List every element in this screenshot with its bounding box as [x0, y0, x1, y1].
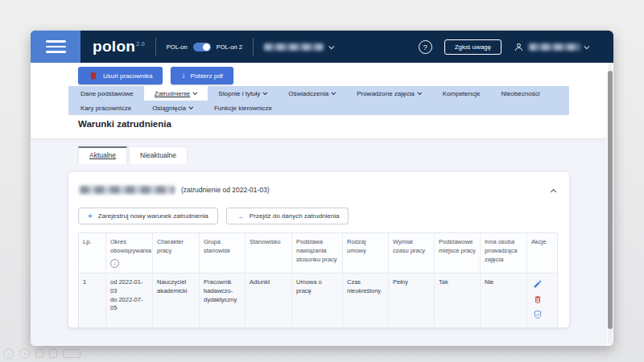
status-tabs: Aktualne Nieaktualne — [78, 146, 188, 164]
cell-miejsce: Tak — [435, 274, 481, 327]
chevron-down-icon — [193, 90, 198, 95]
nav-osiagniecia[interactable]: Osiągnięcia — [142, 101, 204, 115]
toggle-left-label: POL-on — [167, 43, 188, 51]
employment-conditions-table: Lp. Okres obowiązywania ↓ Charakter prac… — [78, 232, 558, 328]
download-pdf-button[interactable]: ↓ Pobierz pdf — [171, 67, 233, 84]
employee-nav: Dane podstawowe Zatrudnienie Stopnie i t… — [68, 86, 569, 115]
download-icon: ↓ — [181, 73, 185, 78]
employee-toolbar: Usuń pracownika ↓ Pobierz pdf — [78, 67, 233, 84]
arrow-right-icon: → — [236, 214, 244, 219]
help-icon[interactable]: ? — [419, 40, 432, 54]
report-issue-button[interactable]: Zgłoś uwagę — [444, 39, 502, 55]
col-grupa: Grupa stanowisk — [200, 233, 246, 274]
toggle-right-label: POL-on 2 — [217, 43, 242, 51]
verify-icon[interactable] — [533, 310, 543, 319]
nav-dane-podstawowe[interactable]: Dane podstawowe — [70, 86, 144, 101]
col-stanowisko: Stanowisko — [246, 233, 292, 274]
section-divider — [31, 138, 607, 139]
page-title: Warunki zatrudnienia — [78, 119, 171, 129]
delete-icon[interactable] — [533, 294, 543, 304]
next-icon: › — [19, 348, 30, 359]
employment-card: (zatrudnienie od 2022-01-03) + Zarejestr… — [68, 172, 569, 327]
app-header: polon2.0 POL-on POL-on 2 ? Zgłoś uwagę — [31, 31, 613, 63]
ghost-control-icon — [35, 349, 43, 358]
app-window: polon2.0 POL-on POL-on 2 ? Zgłoś uwagę — [31, 31, 613, 346]
delete-employee-button[interactable]: Usuń pracownika — [78, 67, 163, 84]
env-toggle-switch[interactable] — [193, 43, 211, 51]
nav-stopnie-i-tytuly[interactable]: Stopnie i tytuły — [208, 86, 278, 101]
chevron-down-icon — [584, 43, 589, 49]
ghost-player-controls: ‹ › — [3, 348, 80, 359]
ghost-control-icon — [63, 349, 80, 358]
collapse-card-button[interactable] — [549, 180, 558, 200]
table-header-row: Lp. Okres obowiązywania ↓ Charakter prac… — [79, 233, 557, 274]
goto-employment-button[interactable]: → Przejdź do danych zatrudnienia — [226, 208, 349, 224]
nav-prowadzone-zajecia[interactable]: Prowadzone zajęcia — [346, 86, 432, 101]
ghost-control-icon — [49, 349, 57, 358]
chevron-down-icon — [417, 90, 422, 95]
col-wymiar: Wymiar czasu pracy — [389, 233, 435, 274]
user-menu[interactable] — [514, 42, 589, 52]
col-inna-osoba: Inna osoba prowadząca zajęcia — [481, 233, 527, 274]
redacted-user-name — [529, 43, 580, 51]
cell-grupa: Pracownik badawczo-dydaktyczny — [200, 274, 246, 327]
cell-lp: 1 — [79, 274, 106, 327]
scrollbar-thumb[interactable] — [608, 71, 613, 329]
institution-selector[interactable] — [264, 43, 334, 51]
table-row: 1 od 2022-01-03 do 2022-07-05 Nauczyciel… — [79, 274, 557, 327]
sort-descending-icon[interactable]: ↓ — [110, 259, 119, 268]
employment-since-label: (zatrudnienie od 2022-01-03) — [181, 186, 270, 194]
chevron-down-icon — [332, 90, 336, 95]
chevron-up-icon — [551, 189, 556, 195]
cell-stanowisko: Adiunkt — [246, 274, 292, 327]
col-miejsce: Podstawowe miejsce pracy — [435, 233, 481, 274]
cell-rodzaj-umowy: Czas nieokreślony — [343, 274, 389, 327]
hamburger-menu-icon[interactable] — [31, 31, 80, 63]
cell-okres: od 2022-01-03 do 2022-07-05 — [106, 274, 153, 327]
nav-funkcje-kierownicze[interactable]: Funkcje kierownicze — [204, 101, 283, 115]
chevron-down-icon — [263, 90, 268, 95]
plus-icon: + — [88, 214, 93, 219]
col-okres: Okres obowiązywania ↓ — [106, 233, 153, 274]
cell-charakter: Nauczyciel akademicki — [153, 274, 200, 327]
col-lp: Lp. — [79, 233, 106, 274]
nav-zatrudnienie[interactable]: Zatrudnienie — [144, 86, 208, 101]
logo-version: 2.0 — [136, 41, 145, 47]
divider — [155, 38, 156, 56]
vertical-scrollbar[interactable] — [608, 64, 613, 344]
cell-akcje — [527, 274, 557, 327]
redacted-employee-name — [80, 186, 175, 194]
divider — [253, 38, 254, 56]
col-charakter: Charakter pracy — [153, 233, 200, 274]
environment-toggle: POL-on POL-on 2 — [167, 43, 242, 51]
edit-icon[interactable] — [533, 279, 543, 289]
tab-aktualne[interactable]: Aktualne — [78, 146, 127, 164]
register-condition-button[interactable]: + Zarejestruj nowy warunek zatrudnienia — [78, 208, 218, 224]
previous-icon: ‹ — [3, 348, 14, 359]
cell-inna-osoba: Nie — [481, 274, 527, 327]
page-content: Usuń pracownika ↓ Pobierz pdf Dane podst… — [31, 63, 607, 346]
col-rodzaj-umowy: Rodzaj umowy — [343, 233, 389, 274]
chevron-down-icon — [188, 105, 193, 109]
redacted-institution-name — [264, 43, 324, 51]
person-icon — [514, 42, 524, 52]
nav-oswiadczenia[interactable]: Oświadczenia — [278, 86, 346, 101]
trash-icon — [89, 71, 98, 80]
nav-kary-pracownicze[interactable]: Kary pracownicze — [70, 101, 142, 115]
nav-kompetencje[interactable]: Kompetencje — [432, 86, 491, 101]
col-akcje: Akcje — [527, 233, 557, 274]
cell-wymiar: Pełny — [389, 274, 435, 327]
tab-nieaktualne[interactable]: Nieaktualne — [129, 146, 188, 164]
polon-logo: polon2.0 — [93, 38, 145, 56]
cell-podstawa: Umowa o pracę — [292, 274, 343, 327]
nav-nieobecnosci[interactable]: Nieobecności — [490, 86, 550, 101]
col-podstawa: Podstawa nawiązania stosunku pracy — [292, 233, 343, 274]
chevron-down-icon — [328, 43, 334, 49]
